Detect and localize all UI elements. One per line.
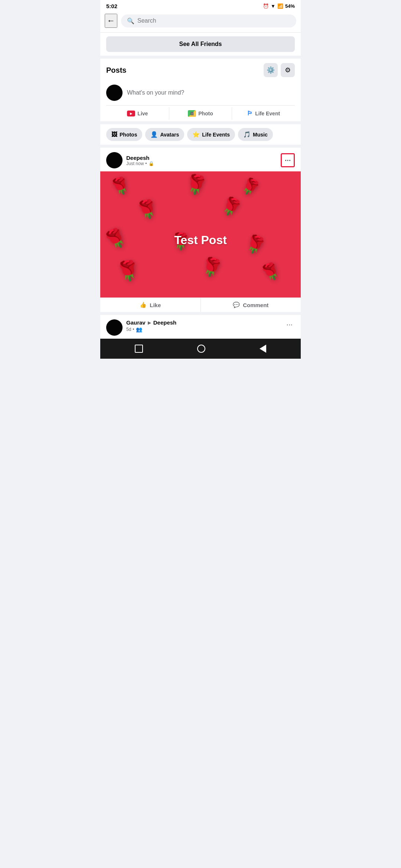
post-2-meta: 5d • 👥 [126, 326, 176, 332]
post-2-target: Deepesh [153, 319, 177, 326]
filter-icon: ⚙️ [267, 66, 275, 74]
post-2-name-row: Gaurav ▶ Deepesh [126, 319, 176, 326]
battery-level: 54% [285, 3, 295, 9]
post-2-header: Gaurav ▶ Deepesh 5d • 👥 ··· [106, 319, 295, 336]
rose-3: 🌹 [237, 174, 263, 199]
live-label: Live [137, 111, 148, 116]
post-2-more-button[interactable]: ··· [284, 319, 295, 329]
back-button[interactable]: ← [105, 14, 117, 28]
rose-2: 🌹 [183, 172, 209, 197]
live-icon [127, 111, 135, 116]
rose-8: 🌹 [242, 231, 268, 257]
search-input[interactable] [137, 17, 290, 24]
post-1-user-info: Deepesh Just now • 🔒 [106, 152, 154, 168]
post-2-username: Gaurav [126, 319, 146, 326]
photos-pill-icon: 🖼 [111, 131, 117, 138]
rose-11: 🌹 [258, 259, 284, 285]
see-all-friends-section: See All Friends [100, 33, 301, 59]
comment-button[interactable]: 💬 Comment [201, 298, 301, 312]
gear-icon: ⚙ [285, 66, 291, 74]
arrow-icon: ▶ [148, 320, 151, 325]
nav-circle-icon [197, 345, 205, 353]
post-1-name-meta: Deepesh Just now • 🔒 [126, 155, 154, 166]
filter-pill-music[interactable]: 🎵 Music [238, 128, 273, 141]
post-1-username: Deepesh [126, 155, 154, 161]
post-card-1: Deepesh Just now • 🔒 ··· 🌹 🌹 🌹 🌹 🌹 🌹 🌹 🌹 [100, 148, 301, 312]
search-icon: 🔍 [127, 17, 134, 24]
divider-1 [100, 121, 301, 124]
post-1-header: Deepesh Just now • 🔒 ··· [100, 148, 301, 171]
like-icon: 👍 [140, 302, 147, 308]
flag-icon: 🏳 [247, 110, 253, 117]
post-1-more-button[interactable]: ··· [281, 153, 295, 167]
alarm-icon: ⏰ [263, 3, 269, 9]
post-type-actions: Live 🖼 Photo 🏳 Life Event [106, 106, 295, 121]
rose-9: 🌹 [114, 258, 142, 284]
more-dots-2-icon: ··· [286, 320, 293, 328]
post-1-interaction-row: 👍 Like 💬 Comment [100, 297, 301, 312]
nav-back-button[interactable] [252, 342, 274, 355]
filter-pill-avatars[interactable]: 👤 Avatars [145, 128, 184, 141]
nav-square-button[interactable] [127, 342, 150, 355]
see-all-friends-button[interactable]: See All Friends [106, 36, 295, 52]
nav-square-icon [135, 345, 143, 353]
photo-action[interactable]: 🖼 Photo [169, 107, 232, 120]
like-button[interactable]: 👍 Like [100, 298, 201, 312]
post-1-overlay-text: Test Post [174, 233, 227, 247]
post-card-2: Gaurav ▶ Deepesh 5d • 👥 ··· [100, 315, 301, 339]
rose-10: 🌹 [198, 254, 225, 280]
user-avatar [106, 85, 123, 101]
privacy-lock-icon: 🔒 [149, 161, 154, 166]
create-post-bar[interactable]: What's on your mind? [106, 82, 295, 106]
whats-on-mind-placeholder: What's on your mind? [127, 89, 184, 96]
rose-1: 🌹 [108, 174, 133, 199]
filter-pills-row: 🖼 Photos 👤 Avatars ⭐ Life Events 🎵 Music [100, 124, 301, 148]
post-2-name-section: Gaurav ▶ Deepesh 5d • 👥 [126, 319, 176, 332]
life-events-pill-icon: ⭐ [192, 131, 200, 138]
rose-4: 🌹 [134, 197, 161, 223]
photo-icon: 🖼 [188, 110, 196, 117]
posts-section: Posts ⚙️ ⚙ What's on your mind? Live 🖼 P… [100, 59, 301, 121]
status-icons: ⏰ ▼ 📶 54% [263, 3, 295, 9]
post-1-avatar [106, 152, 123, 168]
filter-pill-life-events[interactable]: ⭐ Life Events [187, 128, 235, 141]
rose-image-container: 🌹 🌹 🌹 🌹 🌹 🌹 🌹 🌹 🌹 🌹 🌹 Test Post [100, 171, 301, 297]
status-bar: 5:02 ⏰ ▼ 📶 54% [100, 0, 301, 11]
filter-button[interactable]: ⚙️ [264, 63, 278, 77]
like-label: Like [150, 302, 161, 308]
life-event-action[interactable]: 🏳 Life Event [232, 107, 295, 120]
post-1-image: 🌹 🌹 🌹 🌹 🌹 🌹 🌹 🌹 🌹 🌹 🌹 Test Post [100, 171, 301, 297]
avatars-pill-icon: 👤 [150, 131, 158, 138]
life-event-label: Life Event [255, 111, 280, 116]
more-dots-icon: ··· [285, 156, 291, 165]
avatars-pill-label: Avatars [160, 132, 179, 138]
photos-pill-label: Photos [120, 132, 137, 138]
live-action[interactable]: Live [106, 107, 169, 120]
filter-pill-photos[interactable]: 🖼 Photos [106, 128, 142, 141]
life-events-pill-label: Life Events [202, 132, 230, 138]
rose-5: 🌹 [217, 193, 245, 220]
wifi-icon: ▼ [271, 3, 276, 9]
rose-6: 🌹 [100, 224, 131, 254]
post-1-meta: Just now • 🔒 [126, 161, 154, 166]
post-2-dot: • [133, 327, 134, 332]
nav-triangle-icon [260, 345, 266, 353]
music-pill-icon: 🎵 [243, 131, 251, 138]
post-2-time: 5d [126, 327, 131, 332]
posts-title: Posts [106, 66, 126, 75]
post-1-dot: • [145, 161, 147, 166]
post-1-time: Just now [126, 161, 144, 166]
status-time: 5:02 [106, 3, 117, 9]
music-pill-label: Music [253, 132, 268, 138]
search-bar-area: ← 🔍 [100, 11, 301, 33]
nav-home-button[interactable] [190, 342, 213, 355]
friends-icon: 👥 [136, 326, 142, 332]
post-2-avatar [106, 319, 123, 336]
comment-icon: 💬 [233, 302, 240, 308]
search-input-wrap: 🔍 [121, 14, 296, 27]
signal-icon: 📶 [277, 3, 283, 9]
photo-label: Photo [198, 111, 213, 116]
settings-button[interactable]: ⚙ [281, 63, 295, 77]
bottom-navigation [100, 339, 301, 359]
posts-header: Posts ⚙️ ⚙ [106, 63, 295, 77]
